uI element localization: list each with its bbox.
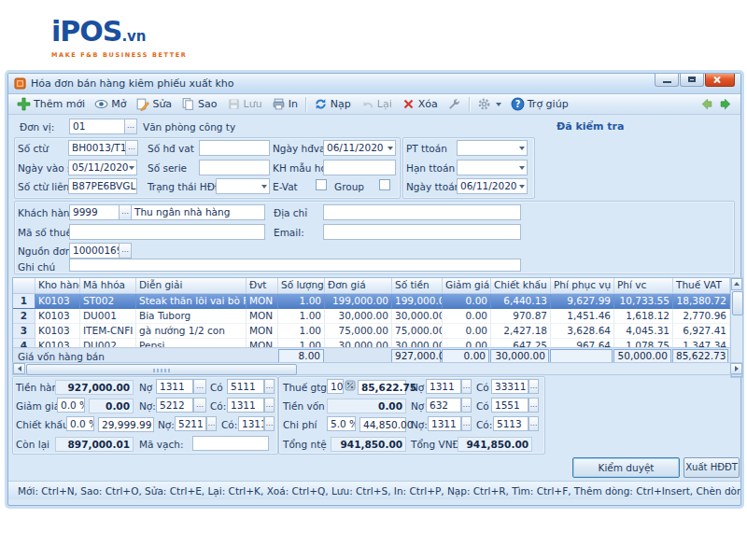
so-hd-vat-input[interactable]	[199, 140, 270, 156]
tien-hang-no-input[interactable]: 1311	[156, 379, 193, 394]
toolbar-button-tools[interactable]	[443, 96, 466, 112]
ngay-ttoan-input[interactable]: 06/11/2020	[457, 178, 528, 194]
pt-ttoan-select[interactable]	[457, 140, 528, 156]
table-row-clipped[interactable]: 4 K0103 DU002 Pepsi MON 1.00 30,000.00 3…	[13, 339, 731, 347]
nguon-don-lookup-button[interactable]: …	[119, 243, 132, 259]
dia-chi-input[interactable]	[323, 204, 521, 220]
khach-hang-lookup-button[interactable]: …	[119, 204, 132, 220]
nguon-don-input[interactable]: 10000169	[69, 243, 120, 259]
ma-so-thue-input[interactable]	[69, 224, 265, 240]
thue-gtgt-no-input[interactable]: 1311	[426, 379, 461, 394]
giam-gia-co-input[interactable]: 1311	[227, 398, 264, 413]
column-header[interactable]: Phí vc	[614, 278, 673, 294]
title-bar[interactable]: Hóa đơn bán hàng kiêm phiếu xuất kho	[8, 74, 740, 94]
column-header[interactable]: Chiết khấu	[491, 278, 551, 294]
email-input[interactable]	[323, 224, 521, 240]
tien-von-co-input[interactable]: 1551	[491, 398, 529, 413]
thue-gtgt-rate-input[interactable]: 10	[327, 379, 344, 394]
maximize-button[interactable]	[680, 74, 704, 87]
chi-phi-value[interactable]: 44,850.00	[359, 417, 406, 432]
toolbar-button-settings[interactable]	[472, 96, 506, 112]
vscroll-thumb[interactable]	[732, 291, 743, 315]
ngay-hdvat-input[interactable]: 06/11/2020	[323, 140, 396, 156]
so-ctu-lookup-button[interactable]: …	[125, 140, 138, 156]
scroll-right-button[interactable]	[730, 363, 742, 374]
lookup-button[interactable]: …	[206, 416, 217, 431]
so-ctu-input[interactable]: BH0013/T11	[68, 140, 126, 156]
column-header[interactable]: Thuế VAT	[673, 278, 730, 294]
column-header[interactable]: Số tiền	[392, 278, 443, 294]
kiem-duyet-button[interactable]: Kiểm duyệt	[572, 457, 680, 478]
don-vi-input[interactable]: 01	[69, 119, 125, 134]
table-row[interactable]: 3 K0103 ITEM-CNFI gà nướng 1/2 con MON 1…	[13, 324, 731, 339]
xuat-hddt-button[interactable]: Xuất HĐĐT	[684, 457, 740, 478]
toolbar-button-lai[interactable]: Lại	[356, 96, 397, 112]
forward-arrow-icon[interactable]	[719, 97, 733, 111]
column-header[interactable]: Giảm giá	[443, 278, 491, 294]
chevron-down-icon[interactable]	[519, 166, 525, 170]
lookup-button[interactable]: …	[264, 398, 275, 413]
giam-gia-pct-input[interactable]: 0.0 %	[57, 398, 85, 413]
lookup-button[interactable]: …	[461, 416, 472, 431]
chiet-khau-co-input[interactable]: 1311	[238, 416, 264, 431]
toolbar-button-mo[interactable]: Mở	[90, 96, 131, 112]
hscroll-thumb[interactable]	[26, 364, 297, 375]
lookup-button[interactable]: …	[193, 379, 206, 394]
column-header[interactable]: Phí phục vụ	[551, 278, 614, 294]
toolbar-button-luu[interactable]: Lưu	[222, 96, 267, 112]
don-vi-lookup-button[interactable]: …	[124, 119, 137, 134]
table-row-selected[interactable]: 1 K0103 ST002 Steak thăn lõi vai bò Fuji…	[13, 294, 731, 309]
close-button[interactable]	[705, 74, 735, 87]
giam-gia-no-input[interactable]: 5212	[156, 398, 193, 413]
column-header[interactable]: Số lượng	[278, 278, 325, 294]
toolbar-button-in[interactable]: In	[267, 96, 303, 112]
han-ttoan-select[interactable]	[457, 160, 528, 175]
khach-hang-code-input[interactable]: 9999	[69, 204, 120, 220]
chevron-down-icon[interactable]	[388, 147, 393, 150]
lookup-button[interactable]: …	[529, 398, 539, 413]
trang-thai-hdd-select[interactable]	[216, 178, 270, 194]
kh-mau-hd-input[interactable]	[323, 160, 396, 175]
grid-horizontal-scrollbar[interactable]	[12, 362, 743, 375]
minimize-button[interactable]	[655, 74, 679, 87]
lookup-button[interactable]: …	[264, 416, 275, 431]
lookup-button[interactable]: …	[193, 398, 206, 413]
chiet-khau-no-input[interactable]: 5211	[175, 416, 206, 431]
table-row[interactable]: 2 K0103 DU001 Bia Tuborg MON 1.00 30,000…	[13, 309, 731, 324]
back-arrow-icon[interactable]	[699, 97, 713, 111]
scroll-up-button[interactable]	[731, 278, 742, 290]
scroll-left-button[interactable]	[13, 363, 25, 374]
chevron-down-icon[interactable]	[261, 185, 267, 189]
tien-hang-co-input[interactable]: 5111	[227, 379, 264, 394]
toolbar-button-nap[interactable]: Nạp	[309, 96, 356, 112]
lookup-button[interactable]: …	[461, 379, 472, 394]
tien-von-no-input[interactable]: 632	[426, 398, 461, 413]
ghi-chu-input[interactable]	[69, 259, 521, 272]
chiet-khau-value[interactable]: 29,999.99	[98, 417, 154, 432]
lookup-button[interactable]: …	[529, 416, 539, 431]
column-header[interactable]: Mã hhóa	[80, 278, 136, 294]
column-header[interactable]: Đơn giá	[325, 278, 392, 294]
chi-phi-co-input[interactable]: 5113	[493, 416, 529, 431]
chi-phi-no-input[interactable]: 1311	[428, 416, 461, 431]
khach-hang-name-input[interactable]: Thu ngân nhà hàng	[131, 204, 265, 220]
toolbar-button-tro-giup[interactable]: ? Trợ giúp	[506, 96, 573, 112]
lookup-button[interactable]: …	[529, 379, 539, 394]
thue-gtgt-co-input[interactable]: 33311	[491, 379, 529, 394]
chevron-down-icon[interactable]	[519, 147, 525, 150]
toolbar-button-them-moi[interactable]: Thêm mới	[12, 96, 90, 112]
chi-phi-pct-input[interactable]: 5.0 %	[327, 416, 356, 431]
lookup-button[interactable]: …	[461, 398, 472, 413]
so-ctu-lien-quan-input[interactable]: B87PE6BVGLE…	[68, 178, 137, 194]
toolbar-button-sua[interactable]: Sửa	[131, 96, 176, 112]
column-header[interactable]: Đvt	[247, 278, 278, 294]
so-serie-input[interactable]	[199, 160, 270, 175]
toolbar-button-sao[interactable]: Sao	[176, 96, 221, 112]
chiet-khau-pct-input[interactable]: 0.0 %	[66, 416, 94, 431]
column-header[interactable]: Diễn giải	[136, 278, 247, 294]
chevron-down-icon[interactable]	[129, 166, 134, 170]
toolbar-button-xoa[interactable]: Xóa	[397, 96, 443, 112]
ma-vach-input[interactable]	[192, 436, 269, 451]
group-checkbox[interactable]	[379, 179, 390, 190]
lookup-button[interactable]: …	[264, 379, 275, 394]
